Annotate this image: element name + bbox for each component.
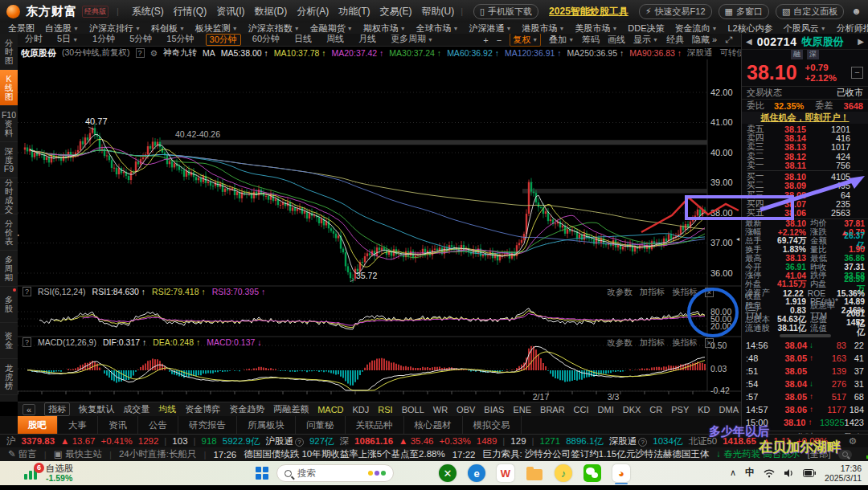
news-item-2[interactable]: ▣ 最快主站	[54, 448, 102, 460]
open-account-ad[interactable]: 抓住机会，即刻开户！	[742, 112, 868, 124]
macd-加指标[interactable]: 加指标	[640, 337, 665, 349]
info-tab-公告[interactable]: 公告	[138, 416, 178, 434]
info-tab-股吧[interactable]: 股吧	[18, 416, 58, 434]
news-item-0[interactable]: ✎ 留言	[8, 448, 37, 460]
taskbar-search[interactable]: 搜索	[276, 464, 394, 482]
sidebar-item-龙虎榜[interactable]: 龙 虎 榜	[0, 359, 18, 395]
wifi-icon[interactable]	[764, 468, 775, 478]
info-tab-所属板块[interactable]: 所属板块	[237, 416, 296, 434]
tool-−[interactable]: −	[497, 35, 502, 45]
indicator-tab-RSI[interactable]: RSI	[378, 405, 392, 414]
taskbar-icon-edge[interactable]: e	[468, 464, 485, 482]
indicator-tab-OBV[interactable]: OBV	[457, 405, 475, 414]
info-tab-资讯[interactable]: 资讯	[98, 416, 138, 434]
sidebar-item-分价表[interactable]: 分 价 表	[0, 214, 18, 251]
quick-trade-button[interactable]: ⚡快速交易F12	[639, 4, 712, 19]
news-search-pill[interactable]	[838, 450, 852, 459]
custom-panel-button[interactable]: ▧自定义面板	[776, 4, 844, 19]
rsi-close-icon[interactable]: ×	[705, 288, 714, 297]
info-tab-问董秘[interactable]: 问董秘	[296, 416, 346, 434]
indicator-tab-BIAS[interactable]: BIAS	[484, 405, 504, 414]
news-item-11[interactable]: [全部]	[807, 448, 830, 460]
info-tab-大事[interactable]: 大事	[58, 416, 98, 434]
multi-window-button[interactable]: ▦多窗口	[719, 4, 769, 19]
menu-item-0[interactable]: 系统(S)	[132, 5, 164, 18]
nav-item-DDE决策[interactable]: DDE决策	[628, 22, 664, 35]
help-icon[interactable]: ?	[23, 287, 31, 296]
nav-item-板块监测[interactable]: 板块监测▼	[195, 22, 238, 35]
help-circle-icon[interactable]: ?	[638, 438, 647, 447]
menu-item-7[interactable]: 帮助(U)	[422, 5, 455, 18]
tool-经典[interactable]: 经典	[666, 34, 684, 46]
nav-item-全景图[interactable]: 全景图	[8, 22, 35, 35]
nav-item-L2核心内参[interactable]: L2核心内参	[727, 22, 772, 35]
indicator-tab-资金趋势[interactable]: 资金趋势	[229, 403, 264, 415]
period-5日[interactable]: 5日▼	[54, 34, 81, 46]
rsi-加指标[interactable]: 加指标	[640, 287, 665, 298]
nav-item-资金流向[interactable]: 资金流向▼	[675, 22, 718, 35]
panel-handle-right[interactable]: ◂	[736, 235, 739, 243]
indicator-tab-资金博弈[interactable]: 资金博弈	[185, 403, 220, 415]
nav-item-自选股[interactable]: 自选股▼	[45, 22, 79, 35]
indicator-tab-成交量[interactable]: 成交量	[123, 403, 149, 415]
indicator-tab-DMA[interactable]: DMA	[719, 405, 739, 414]
prev-stock-arrow[interactable]: ◀	[746, 37, 752, 46]
sidebar-item-多周期[interactable]: 多 周 期	[0, 251, 18, 287]
indicator-tab-DMI[interactable]: DMI	[598, 405, 614, 414]
chart-link-深股通[interactable]: 深股通	[687, 47, 713, 59]
promo-link[interactable]: 2025智能炒股工具	[549, 5, 628, 18]
taskbar-icon-wechat[interactable]	[583, 464, 601, 482]
magic-nine-label[interactable]: 神奇九转	[163, 47, 197, 59]
indicator-tab-BRAR[interactable]: BRAR	[540, 405, 565, 414]
indicator-tab-CCI[interactable]: CCI	[574, 405, 589, 414]
period-更多周期[interactable]: 更多周期▼	[387, 34, 436, 46]
news-item-4[interactable]: 24小时直播:长船只	[119, 448, 197, 460]
info-tab-核心题材[interactable]: 核心题材	[404, 416, 463, 434]
nav-item-沪深京排行[interactable]: 沪深京排行▼	[89, 22, 141, 35]
sidebar-item-多股[interactable]: 多 股	[0, 287, 18, 323]
help-circle-icon[interactable]: ?	[295, 438, 304, 447]
tool-复权[interactable]: 复权▼	[510, 33, 541, 47]
tool-⤢[interactable]: ⤢	[725, 35, 732, 45]
menu-item-1[interactable]: 行情(Q)	[174, 5, 207, 18]
sidebar-item-K线图[interactable]: K 线 图	[0, 70, 18, 106]
indicator-tab-指标[interactable]: 指标	[44, 402, 70, 416]
menu-item-6[interactable]: 交易(E)	[380, 5, 412, 18]
taskbar-icon-qq-music[interactable]: ♪	[555, 464, 572, 482]
indicator-tab-ENE[interactable]: ENE	[513, 405, 531, 414]
watchlist-widget[interactable]: 6 自选股 -1.59%	[24, 463, 74, 483]
taskbar-icon-folder[interactable]	[526, 464, 543, 482]
info-tab-研究报告[interactable]: 研究报告	[178, 416, 237, 434]
sidebar-item-分时成交[interactable]: 分 时 成 交	[0, 178, 18, 214]
indicator-tab-恢复默认[interactable]: 恢复默认	[79, 403, 114, 415]
nav-item-期权市场[interactable]: 期权市场▼	[363, 22, 406, 35]
period-日线[interactable]: 日线	[291, 34, 315, 46]
period-60分钟[interactable]: 60分钟	[249, 34, 283, 46]
nav-item-个股风云[interactable]: 个股风云▼	[784, 22, 826, 35]
speaker-icon[interactable]	[784, 468, 794, 478]
tool-隐藏 »[interactable]: 隐藏 »	[692, 34, 717, 46]
indicator-tab-BOLL[interactable]: BOLL	[402, 405, 424, 414]
taskbar-icon-eastmoney[interactable]: ◕	[612, 464, 630, 482]
tool-筹码[interactable]: 筹码	[582, 34, 600, 46]
menu-item-3[interactable]: 数据(D)	[255, 5, 288, 18]
period-30分钟[interactable]: 30分钟	[206, 34, 241, 46]
taskbar-icon-wps[interactable]: W	[497, 464, 514, 482]
collapse-indicators-icon[interactable]: «	[23, 404, 35, 415]
indicator-tab-KD[interactable]: KD	[698, 405, 710, 414]
period-15分钟[interactable]: 15分钟	[163, 34, 197, 46]
indicator-tab-两融差额[interactable]: 两融差额	[273, 403, 309, 415]
sidebar-item-深度F9[interactable]: 深 度 F9	[0, 142, 18, 178]
period-月线[interactable]: 月线	[355, 34, 379, 46]
period-周线[interactable]: 周线	[323, 34, 347, 46]
nav-item-科创板[interactable]: 科创板▼	[151, 22, 185, 35]
menu-item-4[interactable]: 分析(A)	[297, 5, 329, 18]
nav-item-分析师指数[interactable]: 分析师指数	[837, 22, 868, 35]
info-tab-模拟交易[interactable]: 模拟交易	[463, 416, 522, 434]
next-stock-arrow[interactable]: ▶	[858, 37, 864, 46]
macd-换指标[interactable]: 换指标	[672, 337, 698, 349]
indicator-tab-DKX[interactable]: DKX	[623, 405, 641, 414]
help-icon[interactable]: ?	[23, 337, 31, 347]
sidebar-item-分时图[interactable]: 分 时 图	[0, 34, 18, 70]
indicator-tab-MACD[interactable]: MACD	[317, 405, 343, 414]
